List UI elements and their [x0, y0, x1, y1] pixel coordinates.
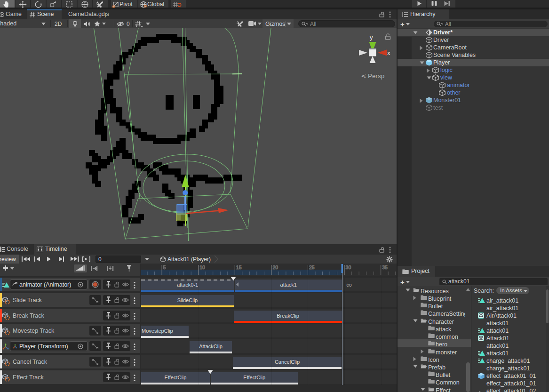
svg-text:y: y — [370, 34, 373, 41]
svg-text:Global: Global — [147, 1, 164, 8]
svg-text:Pivot: Pivot — [119, 1, 133, 8]
svg-text:x: x — [387, 49, 390, 56]
svg-text:⋖ Persp: ⋖ Persp — [361, 72, 384, 80]
